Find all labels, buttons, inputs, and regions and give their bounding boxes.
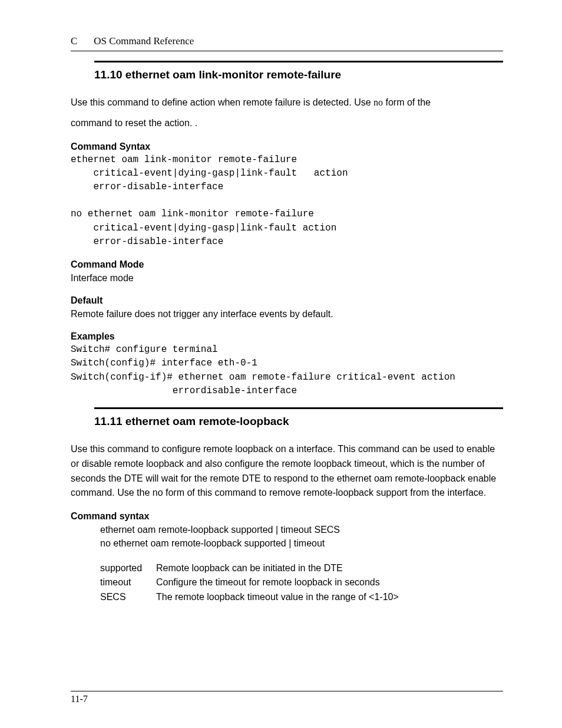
syntax-block: ethernet oam remote-loopback supported |… xyxy=(100,523,503,550)
param-row: supported Remote loopback can be initiat… xyxy=(100,561,503,576)
param-key: supported xyxy=(100,561,156,576)
param-val: The remote loopback timeout value in the… xyxy=(156,590,399,605)
section-title-11-10: 11.10 ethernet oam link-monitor remote-f… xyxy=(94,68,503,81)
chapter-letter: C xyxy=(71,35,77,47)
param-val: Configure the timeout for remote loopbac… xyxy=(156,575,380,590)
default-text: Remote failure does not trigger any inte… xyxy=(71,307,503,321)
desc-no-keyword: no xyxy=(373,97,383,107)
section-desc-line2: command to reset the action. . xyxy=(71,116,503,131)
syntax-line: ethernet oam remote-loopback supported |… xyxy=(100,523,503,536)
footer-rule xyxy=(71,691,503,691)
command-syntax-code: ethernet oam link-monitor remote-failure… xyxy=(71,153,503,249)
page-number: 11-7 xyxy=(71,694,503,704)
command-syntax-label-2: Command syntax xyxy=(71,511,503,522)
section-rule xyxy=(94,407,503,409)
param-val: Remote loopback can be initiated in the … xyxy=(156,561,343,576)
param-key: SECS xyxy=(100,590,156,605)
syntax-line: no ethernet oam remote-loopback supporte… xyxy=(100,536,503,550)
examples-code: Switch# configure terminal Switch(config… xyxy=(71,343,503,398)
examples-label: Examples xyxy=(71,331,503,342)
section2-desc: Use this command to configure remote loo… xyxy=(71,442,503,500)
doc-title: OS Command Reference xyxy=(94,35,194,47)
desc-part1: Use this command to define action when r… xyxy=(71,97,373,107)
default-label: Default xyxy=(71,295,503,306)
page-footer: 11-7 xyxy=(71,691,503,704)
section-desc: Use this command to define action when r… xyxy=(71,95,503,110)
command-mode-text: Interface mode xyxy=(71,271,503,285)
section-body-11-10: Use this command to define action when r… xyxy=(71,95,503,398)
section-rule xyxy=(94,61,503,62)
desc-part2: form of the xyxy=(383,97,431,107)
section-body-11-11: Use this command to configure remote loo… xyxy=(71,442,503,605)
section-title-11-11: 11.11 ethernet oam remote-loopback xyxy=(94,415,503,428)
page-header: C OS Command Reference xyxy=(71,35,503,51)
command-syntax-label: Command Syntax xyxy=(71,141,503,152)
param-key: timeout xyxy=(100,575,156,590)
param-row: timeout Configure the timeout for remote… xyxy=(100,575,503,590)
param-table: supported Remote loopback can be initiat… xyxy=(100,561,503,605)
param-row: SECS The remote loopback timeout value i… xyxy=(100,590,503,605)
page: C OS Command Reference 11.10 ethernet oa… xyxy=(0,0,562,728)
command-mode-label: Command Mode xyxy=(71,259,503,270)
